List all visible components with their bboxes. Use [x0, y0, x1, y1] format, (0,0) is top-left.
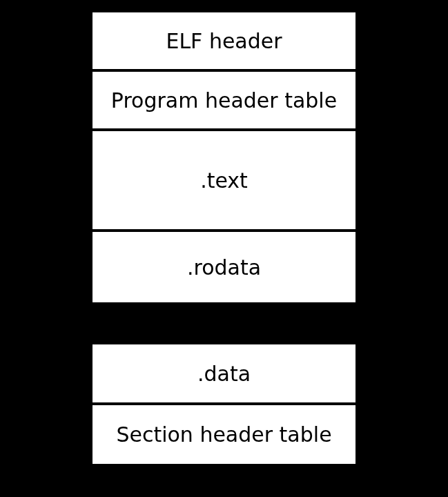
- top-block-group: ELF header Program header table .text .r…: [91, 11, 357, 304]
- rodata-section-label: .rodata: [187, 255, 261, 280]
- program-header-block: Program header table: [91, 70, 357, 130]
- elf-layout-diagram: ELF header Program header table .text .r…: [91, 11, 357, 465]
- text-section-label: .text: [200, 168, 248, 193]
- bottom-block-group: .data Section header table: [91, 343, 357, 465]
- data-section-block: .data: [91, 343, 357, 404]
- data-section-label: .data: [197, 362, 251, 386]
- section-header-label: Section header table: [116, 422, 331, 447]
- text-section-block: .text: [91, 130, 357, 231]
- elf-header-block: ELF header: [91, 11, 357, 70]
- rodata-section-block: .rodata: [91, 231, 357, 304]
- elf-header-label: ELF header: [166, 29, 282, 53]
- program-header-label: Program header table: [111, 88, 337, 113]
- section-header-block: Section header table: [91, 404, 357, 465]
